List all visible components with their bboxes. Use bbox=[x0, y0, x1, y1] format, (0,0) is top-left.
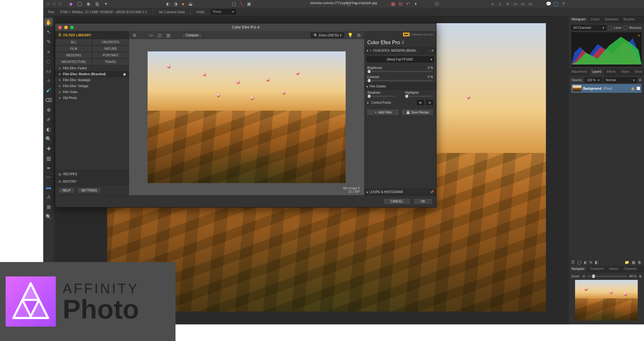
arrange-icon[interactable]: ▭ bbox=[512, 1, 518, 7]
grid-icon[interactable]: ▦ bbox=[390, 1, 396, 7]
compare-button[interactable]: Compare bbox=[182, 32, 203, 38]
loupe-histogram-accordion[interactable]: ▸LOUPE & HISTOGRAM📌 bbox=[364, 189, 436, 195]
view-tool[interactable]: 🔍 bbox=[45, 212, 53, 221]
auto-colours-icon[interactable]: ● bbox=[180, 1, 186, 7]
layer-visibility-checkbox[interactable]: ✓ bbox=[636, 87, 640, 90]
blend-mode-dropdown[interactable]: Normal▾ bbox=[604, 77, 637, 83]
recipes-section[interactable]: 🗂RECIPES bbox=[55, 170, 129, 178]
star-icon[interactable]: ★ bbox=[58, 72, 61, 76]
persona-liquify-icon[interactable]: ◉ bbox=[86, 1, 91, 7]
clone-tool[interactable]: ⊕ bbox=[45, 106, 53, 114]
category-film[interactable]: FILM bbox=[55, 45, 92, 52]
contrast-slider[interactable] bbox=[367, 80, 433, 81]
toggle-icon[interactable]: ◉ bbox=[123, 72, 126, 76]
colour-picker-tool[interactable]: ✎ bbox=[45, 38, 53, 46]
help-button[interactable]: HELP bbox=[58, 187, 75, 193]
lightbulb-icon[interactable]: 💡 bbox=[347, 32, 353, 38]
tab-brushes[interactable]: Brushes bbox=[621, 16, 637, 23]
star-icon[interactable]: ★ bbox=[58, 90, 61, 94]
tab-styles[interactable]: Styles bbox=[618, 69, 632, 76]
histogram-layer-checkbox[interactable] bbox=[608, 26, 612, 30]
move-back-icon[interactable]: ⎌ bbox=[490, 1, 495, 7]
persona-photo-icon[interactable]: ◯ bbox=[77, 1, 82, 7]
filter-item[interactable]: ★Film Efex: Modern (Branded)◉ bbox=[55, 71, 129, 77]
plugin-fullscreen-icon[interactable] bbox=[70, 26, 74, 29]
tab-colour[interactable]: Colour bbox=[588, 16, 602, 23]
tab-navigator[interactable]: Navigator bbox=[569, 266, 587, 273]
filter-item[interactable]: ★Film Efex: Vintage bbox=[55, 83, 129, 89]
tab-swatches[interactable]: Swatches bbox=[602, 16, 621, 23]
tab-effects[interactable]: Effects bbox=[604, 69, 618, 76]
histogram-marquee-checkbox[interactable] bbox=[624, 26, 627, 30]
opacity-dropdown[interactable]: 100 %▾ bbox=[585, 77, 602, 83]
category-travel[interactable]: TRAVEL bbox=[92, 59, 129, 65]
text-tool[interactable]: A bbox=[45, 193, 53, 201]
flood-select-tool[interactable]: ✧ bbox=[45, 76, 53, 85]
tab-transform[interactable]: Transform bbox=[587, 266, 606, 273]
insert-icon[interactable]: ▭ bbox=[520, 1, 526, 7]
film-details-accordion[interactable]: ▸Film Details bbox=[364, 83, 436, 90]
close-window-icon[interactable] bbox=[46, 2, 50, 6]
mesh-tool[interactable]: ⊞ bbox=[45, 203, 53, 211]
group-icon[interactable]: ▭ bbox=[527, 1, 533, 7]
pen-tool[interactable]: ✒ bbox=[45, 164, 53, 172]
filter-item[interactable]: ★Film Efex: Faded bbox=[55, 65, 129, 71]
lock-icon[interactable]: 🔒 bbox=[631, 87, 635, 90]
move-forward-icon[interactable]: ⎌ bbox=[497, 1, 503, 7]
remove-filter-icon[interactable]: ✕ bbox=[431, 49, 434, 52]
gradient-tool[interactable]: ▥ bbox=[45, 154, 53, 162]
category-portrait[interactable]: PORTRAIT bbox=[92, 52, 129, 59]
chat-icon[interactable]: 💬 bbox=[546, 1, 551, 7]
star-icon[interactable]: ★ bbox=[58, 78, 61, 82]
category-favorites[interactable]: FAVORITES bbox=[92, 39, 129, 45]
account-icon[interactable]: ◯ bbox=[553, 1, 559, 7]
filter-item[interactable]: ★Film Grain bbox=[55, 89, 129, 95]
category-wedding[interactable]: WEDDING bbox=[55, 52, 92, 59]
pin-icon[interactable]: 📌 bbox=[430, 190, 434, 194]
help-icon[interactable]: ? bbox=[561, 1, 566, 7]
force-pixel-icon[interactable]: ↶ bbox=[405, 1, 411, 7]
filter-item[interactable]: ★Film Efex: Nostalgic bbox=[55, 77, 129, 83]
smudge-tool[interactable]: 〰 bbox=[45, 174, 53, 182]
add-layer-icon[interactable]: ▦ bbox=[632, 260, 635, 265]
persona-tone-icon[interactable]: ✦ bbox=[103, 1, 109, 7]
tab-adjustment[interactable]: Adjustment bbox=[569, 69, 589, 76]
histogram-channel-dropdown[interactable]: All Channels▾ bbox=[571, 25, 606, 30]
filter-accordion-header[interactable]: ▾ ✓ FILM EFEX: MODERN (BRAN... ↕ ✕ bbox=[364, 47, 436, 54]
tab-layers[interactable]: Layers bbox=[589, 69, 604, 76]
gear-icon[interactable]: ⚙ bbox=[639, 78, 641, 82]
save-recipe-button[interactable]: 💾Save Recipe bbox=[401, 109, 434, 116]
auto-contrast-icon[interactable]: ◑ bbox=[173, 1, 178, 7]
adjustment-icon[interactable]: ◐ bbox=[584, 260, 587, 265]
panel-right-icon[interactable]: ⧉ bbox=[356, 32, 362, 38]
fullscreen-window-icon[interactable] bbox=[58, 2, 62, 6]
cancel-button[interactable]: CANCEL bbox=[383, 198, 411, 205]
paint-brush-tool[interactable]: 🖌 bbox=[45, 86, 53, 94]
category-nature[interactable]: NATURE bbox=[92, 45, 129, 52]
layers-stack-icon[interactable]: ☰ bbox=[571, 260, 575, 265]
plugin-close-icon[interactable] bbox=[58, 26, 62, 29]
ok-button[interactable]: OK bbox=[414, 198, 432, 205]
zoom-in-icon[interactable]: ⊕ bbox=[639, 275, 641, 278]
auto-white-balance-icon[interactable]: ◒ bbox=[188, 1, 193, 7]
move-tool[interactable]: ↖ bbox=[45, 28, 53, 36]
category-all[interactable]: ALL bbox=[55, 39, 92, 45]
delete-layer-icon[interactable]: 🗑 bbox=[638, 260, 641, 265]
plugin-titlebar[interactable]: Color Efex Pro 4 bbox=[55, 24, 436, 31]
tab-stock[interactable]: Stock bbox=[632, 69, 644, 76]
single-view-icon[interactable]: ▭ bbox=[148, 32, 154, 38]
pan-tool[interactable]: ✋ bbox=[45, 18, 53, 26]
deselect-icon[interactable]: ╲ bbox=[238, 1, 244, 7]
minimize-window-icon[interactable] bbox=[52, 2, 56, 6]
zoom-slider[interactable] bbox=[588, 276, 627, 277]
align-icon[interactable]: ≡ bbox=[505, 1, 510, 7]
refine-icon[interactable]: ▣ bbox=[246, 1, 252, 7]
tab-histogram[interactable]: Histogram bbox=[569, 16, 588, 23]
tab-channels[interactable]: Channels bbox=[621, 266, 639, 273]
erase-tool[interactable]: ⌫ bbox=[45, 96, 53, 104]
mask-icon[interactable]: ◯ bbox=[577, 260, 581, 265]
selection-tool-icon[interactable]: ▢ bbox=[231, 1, 237, 7]
settings-button[interactable]: SETTINGS bbox=[77, 187, 101, 193]
assistant-icon[interactable]: ⓘ bbox=[434, 1, 440, 7]
selection-brush-tool[interactable]: ◌ bbox=[45, 57, 53, 65]
